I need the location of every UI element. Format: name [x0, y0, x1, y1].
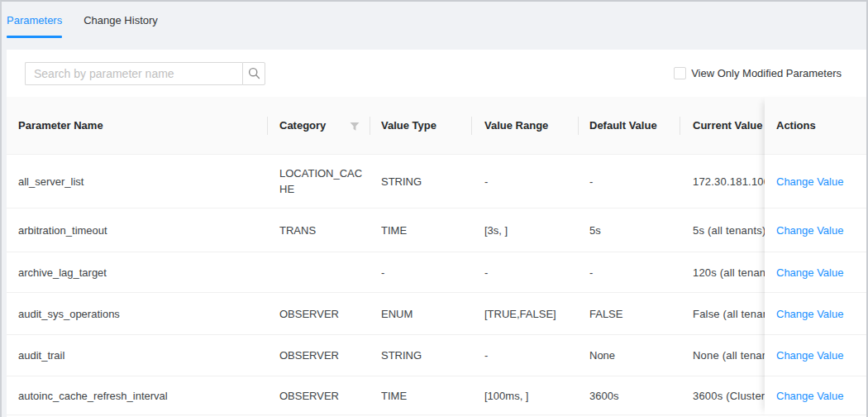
column-header-category: Category [267, 97, 370, 154]
value-type-cell: ENUM [370, 306, 471, 322]
parameters-table: Parameter Name Category Value Type Value… [7, 97, 866, 415]
table-row: all_server_list LOCATION_CACHE STRING - … [7, 155, 866, 208]
actions-cell: Change Value [765, 376, 866, 415]
table-row: audit_trail OBSERVER STRING - None None … [7, 335, 866, 376]
search-button[interactable] [242, 62, 265, 85]
change-value-link[interactable]: Change Value [776, 175, 843, 188]
checkbox-label: View Only Modified Parameters [691, 67, 842, 79]
search-input[interactable] [25, 62, 242, 85]
value-range-cell: [3s, ] [471, 223, 578, 238]
view-modified-checkbox[interactable]: View Only Modified Parameters [674, 67, 842, 79]
default-value-cell: - [578, 174, 680, 189]
param-name-cell: all_server_list [7, 174, 267, 189]
column-header-value-range: Value Range [471, 97, 578, 154]
default-value-cell: FALSE [578, 306, 680, 322]
content-card: View Only Modified Parameters Parameter … [7, 50, 866, 417]
change-value-link[interactable]: Change Value [776, 349, 843, 362]
tab-change-history-label: Change History [83, 14, 158, 26]
value-range-cell: [100ms, ] [471, 388, 578, 404]
column-header-value-type: Value Type [370, 97, 471, 154]
value-type-cell: - [370, 265, 471, 280]
active-tab-ink-bar [7, 36, 62, 38]
column-header-default-value: Default Value [578, 97, 680, 154]
actions-fixed-column: Actions Change Value Change Value Change… [765, 97, 866, 415]
table-row: autoinc_cache_refresh_interval OBSERVER … [7, 376, 866, 415]
value-type-cell: STRING [370, 174, 471, 189]
value-type-cell: TIME [370, 223, 471, 238]
value-type-cell: STRING [370, 348, 471, 363]
checkbox-box[interactable] [674, 67, 686, 79]
tab-bar: Parameters Change History [2, 2, 866, 38]
default-value-cell: 5s [578, 223, 680, 238]
actions-cell: Change Value [765, 293, 866, 335]
toolbar: View Only Modified Parameters [7, 50, 866, 97]
table-row: audit_sys_operations OBSERVER ENUM [TRUE… [7, 293, 866, 335]
change-value-link[interactable]: Change Value [776, 390, 843, 402]
tab-change-history[interactable]: Change History [83, 2, 158, 38]
actions-cell: Change Value [765, 252, 866, 293]
value-type-cell: TIME [370, 388, 471, 404]
table-row: archive_lag_target - - - 120s (all tenan… [7, 252, 866, 293]
param-name-cell: arbitration_timeout [7, 223, 267, 238]
value-range-cell: - [471, 348, 578, 363]
category-cell: OBSERVER [267, 388, 370, 404]
default-value-cell: - [578, 265, 680, 280]
category-cell: OBSERVER [267, 348, 370, 363]
category-cell: OBSERVER [267, 306, 370, 322]
column-header-parameter-name: Parameter Name [7, 97, 267, 154]
column-header-actions: Actions [765, 97, 866, 155]
tab-parameters-label: Parameters [7, 14, 62, 26]
param-name-cell: autoinc_cache_refresh_interval [7, 388, 267, 404]
actions-cell: Change Value [765, 208, 866, 252]
page: Parameters Change History View Only Modi… [0, 0, 868, 417]
table-row: arbitration_timeout TRANS TIME [3s, ] 5s… [7, 208, 866, 252]
search-box [25, 62, 265, 85]
tab-parameters[interactable]: Parameters [7, 2, 62, 38]
param-name-cell: audit_trail [7, 348, 267, 363]
value-range-cell: - [471, 265, 578, 280]
search-icon [248, 67, 260, 79]
actions-cell: Change Value [765, 155, 866, 208]
param-name-cell: archive_lag_target [7, 265, 267, 280]
param-name-cell: audit_sys_operations [7, 306, 267, 322]
filter-funnel-icon[interactable] [350, 122, 360, 131]
default-value-cell: None [578, 348, 680, 363]
category-cell: LOCATION_CACHE [267, 165, 370, 197]
category-cell: TRANS [267, 223, 370, 238]
change-value-link[interactable]: Change Value [776, 308, 843, 320]
change-value-link[interactable]: Change Value [776, 266, 843, 279]
value-range-cell: - [471, 174, 578, 189]
table-header-row: Parameter Name Category Value Type Value… [7, 97, 866, 155]
value-range-cell: [TRUE,FALSE] [471, 306, 578, 322]
actions-cell: Change Value [765, 335, 866, 376]
change-value-link[interactable]: Change Value [776, 224, 843, 237]
default-value-cell: 3600s [578, 388, 680, 404]
